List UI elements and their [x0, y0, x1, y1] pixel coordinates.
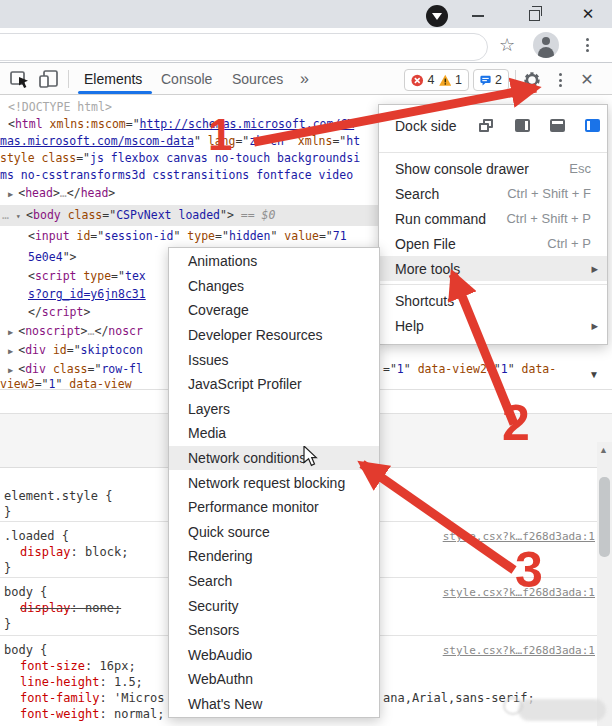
- submenu-item-performance-monitor[interactable]: Performance monitor: [169, 495, 379, 520]
- submenu-item-network-request-blocking[interactable]: Network request blocking: [169, 470, 379, 495]
- code-line[interactable]: <!DOCTYPE html>: [8, 100, 112, 115]
- devtools-menu-button[interactable]: [553, 69, 567, 91]
- dock-bottom-icon[interactable]: [550, 119, 565, 132]
- css-rule-line[interactable]: .loaded {: [4, 529, 69, 544]
- scroll-down-icon[interactable]: ▼: [589, 369, 599, 380]
- submenu-item-coverage[interactable]: Coverage: [169, 298, 379, 323]
- code-line[interactable]: <input id="session-id" type="hidden" val…: [28, 229, 347, 244]
- stylesheet-source-link[interactable]: style.csx?k…f268d3ada:1: [443, 586, 595, 599]
- submenu-item-issues[interactable]: Issues: [169, 347, 379, 372]
- code-line-selected-body[interactable]: … ▾ <body class="CSPvNext loaded"> == $0: [2, 208, 275, 224]
- submenu-item-whats-new[interactable]: What's New: [169, 692, 379, 717]
- submenu-arrow-icon: ▶: [591, 321, 598, 331]
- avatar-person-icon: [542, 37, 550, 45]
- submenu-item-layers[interactable]: Layers: [169, 397, 379, 422]
- submenu-item-developer-resources[interactable]: Developer Resources: [169, 323, 379, 348]
- submenu-item-webauthn[interactable]: WebAuthn: [169, 667, 379, 692]
- menu-item-help[interactable]: Help ▶: [379, 313, 607, 338]
- screenshot-root: ✕ ☆ Elements Console Sources » 4 1: [0, 0, 612, 726]
- warning-icon: [439, 74, 452, 87]
- menu-item-open-file[interactable]: Open File Ctrl + P: [379, 231, 607, 256]
- css-rule-line[interactable]: }: [4, 505, 11, 520]
- window-titlebar: [0, 0, 612, 28]
- code-line[interactable]: style class="js flexbox canvas no-touch …: [0, 151, 360, 166]
- css-rule-line[interactable]: }: [4, 561, 11, 576]
- submenu-item-animations[interactable]: Animations: [169, 249, 379, 274]
- media-controls-button[interactable]: [426, 5, 448, 27]
- tab-console[interactable]: Console: [161, 66, 212, 92]
- code-line[interactable]: ▶ <noscript>…</noscr: [8, 324, 143, 340]
- arrow-step3-to-network-conditions: [362, 464, 514, 570]
- active-tab-underline: [78, 91, 152, 94]
- code-line[interactable]: </script>: [28, 305, 90, 320]
- code-line[interactable]: ms no-csstransforms3d csstransitions fon…: [0, 168, 353, 183]
- dock-right-icon-active[interactable]: [585, 119, 600, 132]
- stylesheet-source-link[interactable]: style.csx?k…f268d3ada:1: [443, 530, 595, 543]
- code-line[interactable]: s?org_id=y6jn8c31: [28, 287, 146, 302]
- chevron-down-icon: [432, 13, 442, 20]
- menu-item-shortcuts[interactable]: Shortcuts: [379, 288, 607, 313]
- css-declaration[interactable]: font-weight: normal;: [20, 707, 165, 722]
- tab-sources[interactable]: Sources: [232, 66, 283, 92]
- submenu-item-quick-source[interactable]: Quick source: [169, 520, 379, 545]
- submenu-item-sensors[interactable]: Sensors: [169, 618, 379, 643]
- more-tabs-chevron[interactable]: »: [300, 66, 309, 92]
- omnibox[interactable]: [0, 33, 488, 61]
- code-line[interactable]: ▶ <div id="skiptocon: [8, 343, 143, 359]
- error-icon: [411, 74, 424, 87]
- undock-icon[interactable]: [479, 119, 494, 132]
- code-line[interactable]: <html xmlns:mscom="http://schemas.micros…: [8, 117, 354, 132]
- css-rule-line[interactable]: element.style {: [4, 489, 112, 504]
- scroll-up-icon[interactable]: ▲: [599, 445, 608, 455]
- styles-scrollbar-thumb[interactable]: [599, 477, 610, 557]
- code-line[interactable]: <script type="tex: [28, 269, 146, 284]
- submenu-item-media[interactable]: Media: [169, 421, 379, 446]
- stylesheet-source-link[interactable]: style.csx?k…f268d3ada:1: [443, 644, 595, 657]
- bookmark-star-icon[interactable]: ☆: [496, 33, 518, 57]
- tab-elements[interactable]: Elements: [84, 66, 142, 92]
- css-rule-line[interactable]: }: [4, 617, 11, 632]
- menu-item-search[interactable]: Search Ctrl + Shift + F: [379, 181, 607, 206]
- browser-menu-button[interactable]: [580, 34, 594, 56]
- submenu-item-search[interactable]: Search: [169, 569, 379, 594]
- dock-side-label: Dock side: [395, 118, 456, 134]
- menu-item-show-console-drawer[interactable]: Show console drawer Esc: [379, 156, 607, 181]
- submenu-item-webaudio[interactable]: WebAudio: [169, 643, 379, 668]
- code-line[interactable]: mas.microsoft.com/mscom-data" lang="zh-c…: [0, 134, 360, 149]
- menu-item-more-tools[interactable]: More tools ▶: [379, 256, 607, 281]
- css-rule-line[interactable]: body {: [4, 643, 47, 658]
- code-line[interactable]: ▶ <head>…</head>: [8, 186, 115, 202]
- message-count: 2: [495, 73, 502, 87]
- restore-button[interactable]: [529, 10, 540, 21]
- window-close-button[interactable]: ✕: [578, 3, 598, 25]
- profile-avatar[interactable]: [533, 32, 559, 58]
- code-line[interactable]: 5e0e4">: [28, 250, 76, 265]
- submenu-item-network-conditions[interactable]: Network conditions: [169, 446, 379, 471]
- messages-badge[interactable]: 2: [473, 69, 509, 91]
- code-line[interactable]: ="1" data-view2="1" data-: [383, 362, 556, 377]
- css-declaration[interactable]: font-size: 16px;: [20, 659, 136, 674]
- devtools-close-button[interactable]: ✕: [576, 68, 598, 92]
- css-declaration-overridden[interactable]: display: none;: [20, 601, 121, 616]
- settings-gear-icon[interactable]: [523, 71, 541, 89]
- shortcut-label: Ctrl + P: [547, 236, 591, 251]
- issues-badge[interactable]: 4 1: [404, 69, 469, 91]
- submenu-arrow-icon: ▶: [591, 264, 598, 274]
- submenu-item-javascript-profiler[interactable]: JavaScript Profiler: [169, 372, 379, 397]
- css-declaration[interactable]: display: block;: [20, 545, 128, 560]
- css-declaration[interactable]: font-family: 'Micros: [20, 691, 165, 706]
- dock-left-icon[interactable]: [515, 119, 530, 132]
- shortcut-label: Ctrl + Shift + F: [507, 186, 591, 201]
- css-declaration[interactable]: line-height: 1.5;: [20, 675, 143, 690]
- minimize-button[interactable]: [472, 15, 484, 17]
- menu-item-run-command[interactable]: Run command Ctrl + Shift + P: [379, 206, 607, 231]
- css-rule-line[interactable]: body {: [4, 585, 47, 600]
- submenu-item-security[interactable]: Security: [169, 593, 379, 618]
- submenu-item-rendering[interactable]: Rendering: [169, 544, 379, 569]
- shortcut-label: Ctrl + Shift + P: [506, 211, 591, 226]
- code-line[interactable]: ▶ <div class="row-fl: [8, 362, 143, 378]
- submenu-item-changes[interactable]: Changes: [169, 274, 379, 299]
- watermark: [503, 697, 523, 715]
- device-toolbar-icon[interactable]: [38, 68, 60, 90]
- inspect-element-icon[interactable]: [10, 69, 30, 90]
